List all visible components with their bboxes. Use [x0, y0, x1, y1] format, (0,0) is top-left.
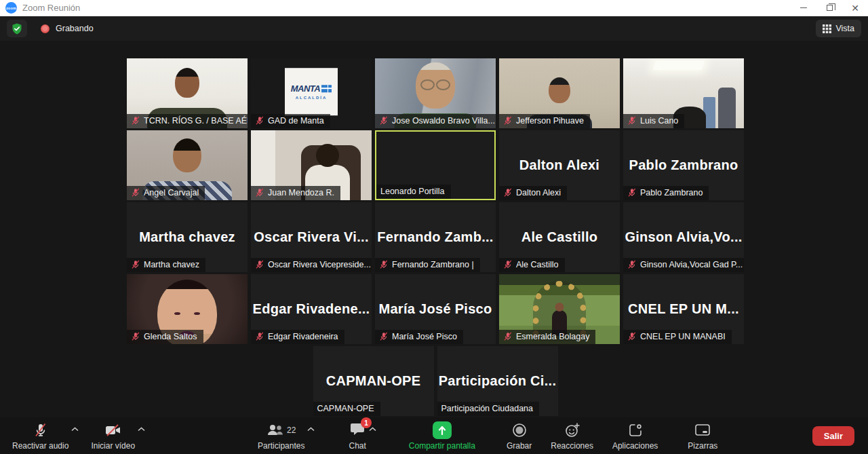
start-video-label: Iniciar vídeo — [91, 441, 135, 451]
participant-tile[interactable]: Pablo ZambranoPablo Zambrano — [623, 130, 744, 200]
apps-icon — [628, 423, 643, 438]
whiteboard-icon — [694, 423, 711, 437]
participant-tile[interactable]: CNEL EP UN M...CNEL EP UN MANABI — [623, 274, 744, 344]
maximize-button[interactable] — [816, 0, 842, 16]
participant-tile[interactable]: María José PiscoMaría José Pisco — [375, 274, 496, 344]
whiteboards-button[interactable]: Pizarras — [681, 417, 724, 454]
participant-name-label: Participación Ciudadana — [437, 402, 540, 416]
minimize-button[interactable] — [791, 0, 816, 16]
participant-grid: TCRN. RÍOS G. / BASE AÉR...MANTAALCALDÍA… — [127, 58, 744, 416]
participant-tile[interactable]: Angel Carvajal — [127, 130, 248, 200]
participant-tile[interactable]: Fernando Zamb...Fernando Zambrano | — [375, 202, 496, 272]
record-label: Grabar — [507, 441, 532, 451]
whiteboards-label: Pizarras — [688, 441, 717, 451]
participant-name-label: CAPMAN-OPE — [313, 402, 380, 416]
reactions-button[interactable]: Reacciones — [544, 417, 600, 454]
meeting-topbar: Grabando Vista — [0, 16, 868, 41]
participant-center-name: María José Pisco — [375, 301, 496, 316]
share-screen-button[interactable]: Compartir pantalla — [402, 417, 482, 454]
participant-tile[interactable]: Jefferson Pihuave — [499, 58, 620, 128]
participant-name-label: Ginson Alvia,Vocal Gad P... — [623, 258, 744, 272]
grid-view-icon — [823, 24, 831, 33]
participant-tile[interactable]: Leonardo Portilla — [375, 130, 496, 200]
mic-muted-icon — [379, 332, 389, 341]
participant-center-name: Dalton Alexi — [499, 157, 620, 172]
participant-tile[interactable]: Jose Oswaldo Bravo Villa... — [375, 58, 496, 128]
participant-name-label: Leonardo Portilla — [376, 185, 451, 199]
participant-tile[interactable]: Oscar Rivera Vi...Oscar Rivera Vicepresi… — [251, 202, 372, 272]
participant-tile[interactable]: Glenda Saltos — [127, 274, 248, 344]
close-button[interactable]: ✕ — [842, 0, 868, 16]
mic-muted-icon — [627, 332, 637, 341]
mic-muted-icon — [255, 260, 264, 269]
mic-muted-icon — [627, 188, 637, 197]
participant-center-name: Participación Ci... — [437, 373, 558, 388]
recording-dot-icon — [41, 24, 50, 33]
participant-center-name: Fernando Zamb... — [375, 229, 496, 244]
recording-label: Grabando — [56, 24, 94, 33]
share-screen-icon — [433, 421, 452, 439]
start-video-button[interactable]: Iniciar vídeo — [84, 417, 142, 454]
apps-button[interactable]: Aplicaciones — [606, 417, 665, 454]
participant-name-label: TCRN. RÍOS G. / BASE AÉR... — [127, 114, 248, 128]
participant-tile[interactable]: MANTAALCALDÍAGAD de Manta — [251, 58, 372, 128]
mic-muted-icon — [503, 260, 513, 269]
participant-name-label: CNEL EP UN MANABI — [623, 330, 732, 344]
participant-tile[interactable]: Dalton AlexiDalton Alexi — [499, 130, 620, 200]
mic-muted-icon — [131, 260, 140, 269]
mic-muted-icon — [255, 332, 264, 341]
participant-name-label: Fernando Zambrano | — [375, 258, 480, 272]
participant-tile[interactable]: TCRN. RÍOS G. / BASE AÉR... — [127, 58, 248, 128]
participants-label: Participantes — [258, 441, 304, 451]
participant-name-label: Dalton Alexi — [499, 186, 567, 200]
participant-tile[interactable]: Participación Ci...Participación Ciudada… — [437, 346, 558, 416]
participant-tile[interactable]: CAPMAN-OPECAPMAN-OPE — [313, 346, 434, 416]
participant-name-label: Pablo Zambrano — [623, 186, 709, 200]
participant-name-label: Oscar Rivera Vicepreside... — [251, 258, 372, 272]
record-button[interactable]: Grabar — [500, 417, 538, 454]
participant-name-label: Luis Cano — [623, 114, 684, 128]
leave-meeting-button[interactable]: Salir — [812, 426, 854, 446]
mic-muted-icon — [379, 260, 389, 269]
participant-name-label: Esmeralda Bolagay — [499, 330, 595, 344]
participant-tile[interactable]: Edgar Rivadene...Edgar Rivadeneira — [251, 274, 372, 344]
mic-muted-icon — [627, 116, 637, 126]
meeting-stage: TCRN. RÍOS G. / BASE AÉR...MANTAALCALDÍA… — [0, 41, 868, 417]
mic-muted-icon — [503, 188, 513, 197]
participant-tile[interactable]: Ginson Alvia,Vo...Ginson Alvia,Vocal Gad… — [623, 202, 744, 272]
meeting-toolbar: Reactivar audio Iniciar vídeo — [0, 417, 868, 454]
window-title: Zoom Reunión — [22, 3, 80, 13]
mic-muted-icon — [34, 423, 47, 438]
record-icon — [512, 423, 527, 438]
manta-alcaldia-logo: MANTAALCALDÍA — [285, 68, 338, 115]
participant-tile[interactable]: Martha chavezMartha chavez — [127, 202, 248, 272]
unmute-audio-button[interactable]: Reactivar audio — [5, 417, 75, 454]
mic-muted-icon — [255, 116, 264, 126]
participant-center-name: Oscar Rivera Vi... — [251, 229, 372, 244]
participant-name-label: GAD de Manta — [251, 114, 330, 128]
meeting-info-button[interactable] — [7, 20, 27, 37]
participant-name-label: Jose Oswaldo Bravo Villa... — [375, 114, 496, 128]
manta-flag-icon — [321, 85, 332, 92]
reactions-icon — [565, 423, 580, 438]
participant-center-name: CNEL EP UN M... — [623, 301, 744, 316]
participant-tile[interactable]: Esmeralda Bolagay — [499, 274, 620, 344]
mic-muted-icon — [131, 116, 140, 126]
chat-button[interactable]: 1 Chat — [342, 417, 372, 454]
view-button[interactable]: Vista — [816, 20, 861, 37]
view-label: Vista — [835, 24, 854, 33]
participant-center-name: Edgar Rivadene... — [251, 301, 372, 316]
chat-label: Chat — [349, 441, 366, 451]
mic-muted-icon — [627, 260, 637, 269]
mic-muted-icon — [379, 116, 389, 126]
participant-tile[interactable]: Juan Mendoza R. — [251, 130, 372, 200]
participant-name-label: Juan Mendoza R. — [251, 186, 340, 200]
participant-name-label: Martha chavez — [127, 258, 205, 272]
participant-center-name: Ale Castillo — [499, 229, 620, 244]
participants-button[interactable]: 22 Participantes — [251, 417, 311, 454]
mic-muted-icon — [503, 116, 513, 126]
participant-tile[interactable]: Luis Cano — [623, 58, 744, 128]
participants-count: 22 — [287, 425, 296, 435]
participant-tile[interactable]: Ale CastilloAle Castillo — [499, 202, 620, 272]
participant-name-label: Ale Castillo — [499, 258, 565, 272]
